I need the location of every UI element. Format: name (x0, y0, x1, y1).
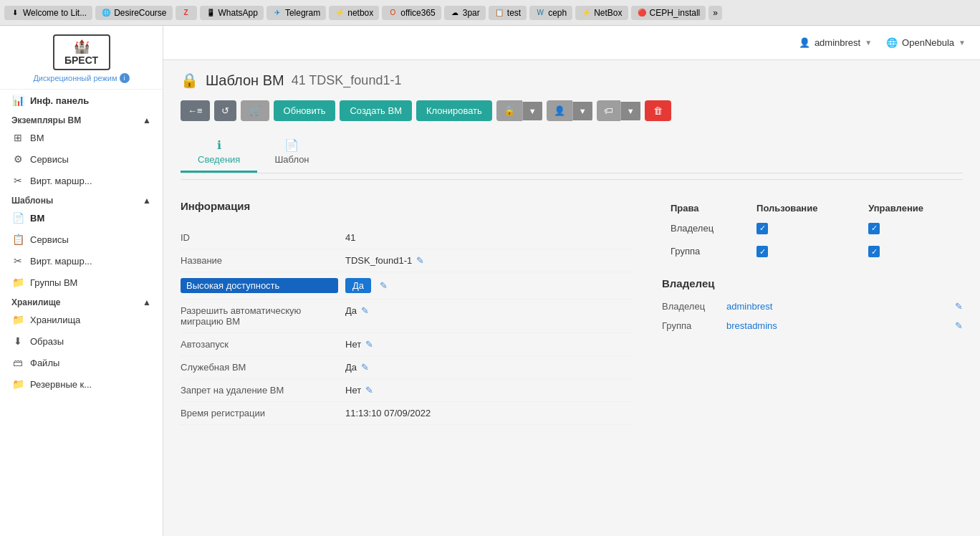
logo-text: БРЕСТ (60, 54, 103, 66)
sidebar-item-services[interactable]: ⚙ Сервисы (0, 148, 163, 170)
update-button[interactable]: Обновить (274, 100, 336, 121)
sidebar-item-virt-router2[interactable]: ✂ Вирт. маршр... (0, 250, 163, 272)
section2-arrow[interactable]: ▲ (143, 196, 151, 206)
owner-group-value: brestadmins (726, 320, 943, 331)
section1-arrow[interactable]: ▲ (143, 115, 151, 125)
tab-netbox[interactable]: ⚡ netbox (329, 6, 379, 20)
tag-caret-button[interactable]: ▼ (620, 102, 640, 120)
tabs-row: ℹ Сведения 📄 Шаблон (181, 133, 963, 173)
netbox-icon: ⚡ (335, 8, 345, 18)
sidebar-item-services-template[interactable]: 📋 Сервисы (0, 229, 163, 250)
info-row-migration: Разрешить автоматическую миграцию ВМ Да … (181, 300, 633, 333)
clone-button[interactable]: Клонировать (416, 100, 492, 121)
user-action-button[interactable]: 👤 (547, 100, 572, 121)
field-migration-value-row: Да ✎ (345, 305, 369, 316)
edit-service-vm-icon[interactable]: ✎ (361, 362, 369, 373)
tab-z[interactable]: Z (176, 6, 197, 20)
3par-icon: ☁ (450, 8, 460, 18)
netbox2-icon: ⚡ (581, 8, 591, 18)
tab-desirecourse[interactable]: 🌐 DesireCourse (95, 6, 172, 20)
nebula-menu[interactable]: 🌐 OpenNebula ▼ (886, 37, 966, 48)
rights-row-group: Группа ✓ ✓ (662, 240, 963, 264)
back-list-button[interactable]: ←≡ (181, 100, 210, 121)
sidebar-item-virt-router[interactable]: ✂ Вирт. маршр... (0, 170, 163, 191)
tab-netbox2[interactable]: ⚡ NetBox (575, 6, 628, 20)
test-icon: 📋 (494, 8, 504, 18)
checkbox-owner-use[interactable]: ✓ (756, 223, 768, 234)
tab-office365[interactable]: O office365 (382, 6, 441, 20)
tab-ceph-install[interactable]: 🔴 CEPH_install (631, 6, 706, 20)
telegram-icon: ✈ (272, 8, 282, 18)
edit-owner-group-icon[interactable]: ✎ (955, 320, 963, 331)
owner-group-label: Группа (662, 320, 719, 331)
ceph-install-icon: 🔴 (637, 8, 647, 18)
edit-owner-user-icon[interactable]: ✎ (955, 301, 963, 312)
sidebar-item-vm-template[interactable]: 📄 ВМ (0, 207, 163, 229)
vm-template-icon: 📄 (11, 212, 24, 224)
tab-download[interactable]: ⬇ Welcome to Lit... (4, 6, 92, 20)
images-icon: ⬇ (11, 335, 24, 347)
edit-autostart-icon[interactable]: ✎ (365, 339, 373, 350)
edit-no-delete-icon[interactable]: ✎ (365, 385, 373, 396)
sidebar-item-vm[interactable]: ⊞ ВМ (0, 127, 163, 148)
checkbox-group-manage[interactable]: ✓ (868, 246, 880, 257)
edit-ha-icon[interactable]: ✎ (380, 280, 388, 291)
lock-action-button[interactable]: 🔒 (496, 100, 522, 121)
user-caret-button[interactable]: ▼ (572, 102, 592, 120)
tab-svedeniya[interactable]: ℹ Сведения (181, 133, 257, 173)
sidebar-mode: Дискреционный режим i (33, 73, 129, 83)
cart-button[interactable]: 🛒 (241, 100, 269, 121)
tab-ceph[interactable]: W ceph (529, 6, 572, 20)
toolbar: ←≡ ↺ 🛒 Обновить Создать ВМ Клонировать (181, 100, 963, 121)
page-inner: 🔒 Шаблон ВМ 41 TDSK_found1-1 ←≡ ↺ 🛒 Обно… (163, 60, 980, 536)
page-title-row: 🔒 Шаблон ВМ 41 TDSK_found1-1 (181, 72, 963, 89)
files-icon: 🗃 (11, 357, 24, 368)
rights-owner-label: Владелец (662, 216, 748, 240)
refresh-button[interactable]: ↺ (214, 100, 236, 121)
create-vm-button[interactable]: Создать ВМ (340, 100, 412, 121)
cart-split-button: 🛒 (241, 100, 269, 121)
edit-migration-icon[interactable]: ✎ (361, 305, 369, 316)
sidebar-section-storage: Хранилище ▲ (0, 293, 163, 309)
sidebar-item-images[interactable]: ⬇ Образы (0, 330, 163, 352)
sidebar-item-files[interactable]: 🗃 Файлы (0, 352, 163, 373)
sidebar-item-storages[interactable]: 📁 Хранилища (0, 309, 163, 330)
checkbox-owner-manage[interactable]: ✓ (868, 223, 880, 234)
lock-caret-button[interactable]: ▼ (522, 102, 542, 120)
tag-split-button: 🏷 ▼ (597, 100, 640, 121)
delete-icon: 🗑 (653, 105, 663, 116)
page-title-id: 41 TDSK_found1-1 (292, 73, 402, 88)
section3-arrow[interactable]: ▲ (143, 297, 151, 307)
ceph-icon: W (535, 8, 545, 18)
field-autostart-value-row: Нет ✎ (345, 339, 373, 350)
rights-group-manage[interactable]: ✓ (860, 240, 963, 264)
user-icon: 👤 (799, 37, 810, 48)
sidebar-item-backup[interactable]: 📁 Резервные к... (0, 373, 163, 395)
field-migration-value: Да (345, 305, 357, 316)
info-row-ha: Высокая доступность Да ✎ (181, 272, 633, 300)
tab-telegram[interactable]: ✈ Telegram (266, 6, 326, 20)
rights-group-use[interactable]: ✓ (748, 240, 860, 264)
tab-shablon[interactable]: 📄 Шаблон (257, 133, 326, 173)
field-service-vm-value: Да (345, 362, 357, 373)
field-no-delete-value: Нет (345, 385, 361, 396)
tab-info-icon: ℹ (217, 138, 221, 152)
tab-3par[interactable]: ☁ 3par (444, 6, 486, 20)
virt-router-icon: ✂ (11, 175, 24, 186)
field-autostart-value: Нет (345, 339, 361, 350)
owner-user-value: adminbrest (726, 301, 943, 312)
edit-name-icon[interactable]: ✎ (416, 255, 424, 266)
rights-owner-manage[interactable]: ✓ (860, 216, 963, 240)
delete-button[interactable]: 🗑 (645, 100, 671, 121)
sidebar-item-dashboard[interactable]: 📊 Инф. панель (0, 90, 163, 111)
tab-test[interactable]: 📋 test (489, 6, 527, 20)
checkbox-group-use[interactable]: ✓ (756, 246, 768, 257)
sidebar-section-templates: Шаблоны ▲ (0, 191, 163, 207)
info-row-autostart: Автозапуск Нет ✎ (181, 333, 633, 356)
tab-whatsapp[interactable]: 📱 WhatsApp (200, 6, 264, 20)
rights-owner-use[interactable]: ✓ (748, 216, 860, 240)
tab-more-button[interactable]: » (708, 6, 722, 20)
sidebar-item-vm-groups[interactable]: 📁 Группы ВМ (0, 272, 163, 293)
tag-action-button[interactable]: 🏷 (597, 100, 620, 121)
user-menu[interactable]: 👤 adminbrest ▼ (799, 37, 872, 48)
